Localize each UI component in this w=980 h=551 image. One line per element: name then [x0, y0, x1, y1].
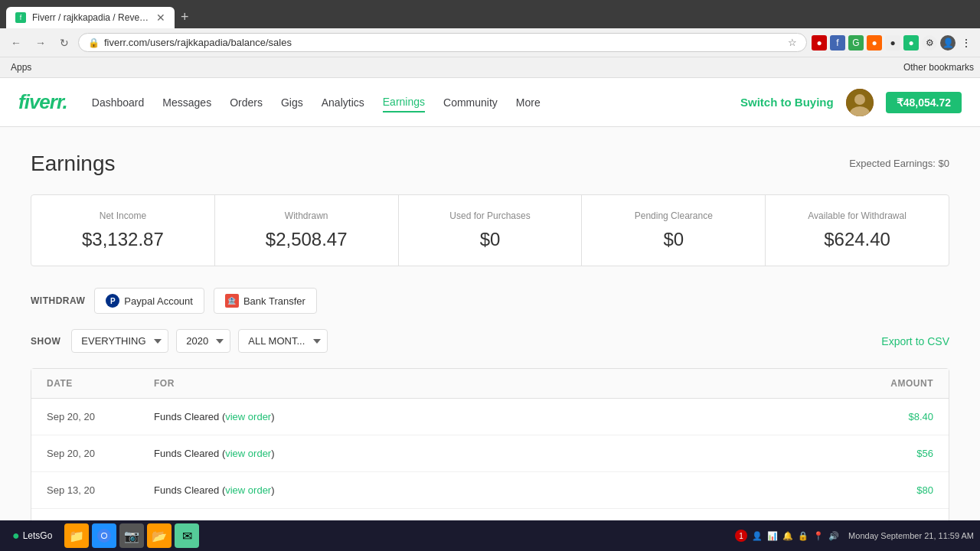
nav-item-dashboard[interactable]: Dashboard — [92, 93, 145, 112]
extension-icon-3[interactable]: G — [848, 35, 864, 51]
balance-badge[interactable]: ₹48,054.72 — [886, 92, 962, 113]
start-label: LetsGo — [23, 530, 53, 541]
expected-earnings: Expected Earnings: $0 — [849, 158, 949, 169]
stat-withdrawn: Withdrawn $2,508.47 — [215, 195, 399, 266]
other-bookmarks-label: Other bookmarks — [903, 62, 974, 73]
stats-container: Net Income $3,132.87 Withdrawn $2,508.47… — [31, 194, 949, 266]
row-for: Funds Cleared (view order) — [154, 411, 841, 422]
row-amount: $56 — [841, 448, 933, 459]
export-csv-button[interactable]: Export to CSV — [881, 335, 949, 347]
net-income-value: $3,132.87 — [50, 229, 196, 250]
year-select[interactable]: 2020 2019 2018 — [176, 329, 230, 353]
page-title: Earnings — [31, 152, 116, 176]
stat-pending-clearance: Pending Clearance $0 — [582, 195, 766, 266]
extension-icon-1[interactable]: ● — [812, 35, 827, 51]
nav-item-messages[interactable]: Messages — [162, 93, 211, 112]
expected-earnings-label: Expected Earnings: — [849, 158, 936, 169]
withdraw-label: WITHDRAW — [31, 295, 85, 306]
sys-tray-icon-2: 📊 — [767, 531, 778, 541]
stat-used-purchases: Used for Purchases $0 — [399, 195, 583, 266]
forward-button[interactable]: → — [31, 34, 51, 52]
withdraw-section: WITHDRAW P Paypal Account 🏦 Bank Transfe… — [31, 288, 949, 314]
menu-icon[interactable]: ⋮ — [959, 35, 974, 51]
svg-point-1 — [854, 94, 865, 105]
user-profile-icon[interactable]: 👤 — [940, 35, 956, 51]
nav-item-more[interactable]: More — [516, 93, 541, 112]
reload-button[interactable]: ↻ — [55, 34, 74, 52]
other-bookmarks[interactable]: Other bookmarks — [903, 62, 974, 73]
paypal-label: Paypal Account — [124, 295, 193, 307]
switch-to-buying-button[interactable]: Switch to Buying — [740, 96, 834, 109]
sys-tray-icon-6: 🔊 — [828, 531, 839, 541]
extension-icon-6[interactable]: ● — [903, 35, 919, 51]
bank-withdraw-button[interactable]: 🏦 Bank Transfer — [214, 288, 317, 314]
taskbar-app-files[interactable]: 📂 — [147, 523, 172, 548]
available-withdrawal-value: $624.40 — [784, 229, 930, 250]
nav-item-earnings[interactable]: Earnings — [383, 93, 425, 112]
header-right: Switch to Buying ₹48,054.72 — [740, 89, 962, 116]
chrome-icon — [97, 529, 111, 543]
main-nav: Dashboard Messages Orders Gigs Analytics… — [92, 93, 541, 112]
col-header-amount: AMOUNT — [841, 378, 933, 389]
taskbar-app-chrome[interactable] — [92, 523, 116, 548]
paypal-icon: P — [106, 294, 119, 308]
extension-icon-2[interactable]: f — [830, 35, 845, 51]
tab-title: Fiverr / rajkkapadia / Revenu... — [32, 12, 150, 23]
svg-point-5 — [102, 533, 106, 538]
stat-net-income: Net Income $3,132.87 — [31, 195, 215, 266]
view-order-link[interactable]: view order — [225, 411, 271, 422]
pending-clearance-label: Pending Clearance — [600, 210, 746, 221]
bookmark-star-icon[interactable]: ☆ — [788, 37, 797, 48]
app-container: fiverr. Dashboard Messages Orders Gigs A… — [0, 78, 980, 551]
nav-item-community[interactable]: Community — [443, 93, 498, 112]
tab-close-button[interactable]: ✕ — [156, 11, 165, 24]
withdrawn-value: $2,508.47 — [234, 229, 380, 250]
address-bar[interactable]: 🔒 fiverr.com/users/rajkkapadia/balance/s… — [78, 33, 807, 52]
active-tab[interactable]: f Fiverr / rajkkapadia / Revenu... ✕ — [6, 7, 175, 28]
user-avatar[interactable] — [846, 89, 874, 116]
table-row: Sep 20, 20 Funds Cleared (view order) $5… — [31, 435, 949, 472]
bank-label: Bank Transfer — [243, 295, 305, 307]
browser-toolbar: ← → ↻ 🔒 fiverr.com/users/rajkkapadia/bal… — [0, 28, 980, 57]
security-icon: 🔒 — [88, 37, 100, 48]
taskbar-datetime: Monday September 21, 11:59 AM — [848, 531, 974, 540]
taskbar-app-1[interactable]: 📁 — [64, 523, 89, 548]
sys-tray-icon-4: 🔒 — [798, 531, 808, 541]
extension-icon-5[interactable]: ● — [885, 35, 900, 51]
new-tab-button[interactable]: + — [175, 6, 195, 28]
page-header: Earnings Expected Earnings: $0 — [31, 152, 949, 176]
apps-label: Apps — [11, 62, 31, 73]
row-for: Funds Cleared (view order) — [154, 484, 841, 496]
start-button[interactable]: ● LetsGo — [6, 526, 58, 546]
main-content: Earnings Expected Earnings: $0 Net Incom… — [0, 127, 980, 551]
bookmarks-bar: Apps Other bookmarks — [0, 57, 980, 78]
col-header-date: DATE — [47, 378, 154, 389]
view-order-link[interactable]: view order — [225, 448, 271, 459]
month-select[interactable]: ALL MONT... January February September — [238, 329, 328, 353]
nav-item-orders[interactable]: Orders — [230, 93, 263, 112]
sys-tray-icon-3: 🔔 — [782, 531, 793, 541]
withdrawn-label: Withdrawn — [234, 210, 380, 221]
apps-bookmark[interactable]: Apps — [6, 60, 36, 74]
net-income-label: Net Income — [50, 210, 196, 221]
browser-chrome: f Fiverr / rajkkapadia / Revenu... ✕ + — [0, 0, 980, 28]
row-amount: $8.40 — [841, 411, 933, 422]
nav-item-analytics[interactable]: Analytics — [322, 93, 364, 112]
taskbar-app-mail[interactable]: ✉ — [175, 523, 199, 548]
table-row: Sep 20, 20 Funds Cleared (view order) $8… — [31, 399, 949, 435]
view-order-link[interactable]: view order — [225, 484, 271, 496]
back-button[interactable]: ← — [6, 34, 26, 52]
taskbar-app-camera[interactable]: 📷 — [119, 523, 144, 548]
paypal-withdraw-button[interactable]: P Paypal Account — [94, 288, 204, 314]
row-date: Sep 20, 20 — [47, 448, 154, 459]
nav-item-gigs[interactable]: Gigs — [281, 93, 303, 112]
extension-icon-4[interactable]: ● — [867, 35, 882, 51]
available-withdrawal-label: Available for Withdrawal — [784, 210, 930, 221]
site-header: fiverr. Dashboard Messages Orders Gigs A… — [0, 78, 980, 127]
site-logo[interactable]: fiverr. — [18, 90, 67, 114]
extension-icon-7[interactable]: ⚙ — [922, 35, 937, 51]
toolbar-extensions: ● f G ● ● ● ⚙ 👤 ⋮ — [812, 35, 974, 51]
sys-tray-icon-1: 👤 — [752, 531, 763, 541]
avatar-image — [846, 89, 874, 116]
show-select[interactable]: EVERYTHING CREDITS DEBITS — [71, 329, 168, 353]
